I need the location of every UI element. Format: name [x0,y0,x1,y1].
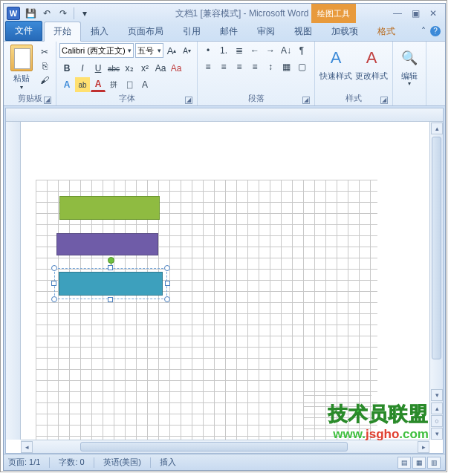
quick-styles-icon: A [322,45,349,71]
tab-file[interactable]: 文件 [5,21,42,41]
status-language[interactable]: 英语(美国) [103,457,141,468]
copy-button[interactable]: ⎘ [38,60,51,72]
minimize-ribbon-button[interactable]: ˄ [421,26,426,36]
customize-qat-button[interactable]: ▾ [77,6,92,21]
text-effects-button[interactable]: A [59,77,74,92]
horizontal-scroll-thumb[interactable] [80,442,348,451]
resize-handle-nw[interactable] [51,265,57,271]
tab-view[interactable]: 视图 [285,22,322,41]
justify-button[interactable]: ≡ [247,59,262,74]
undo-button[interactable]: ↶ [39,6,54,21]
italic-button[interactable]: I [75,61,90,76]
change-case-button[interactable]: Aa [153,61,168,76]
status-page[interactable]: 页面: 1/1 [8,457,40,468]
tab-addins[interactable]: 加载项 [322,22,368,41]
close-button[interactable]: ✕ [427,7,439,19]
decrease-indent-button[interactable]: ← [247,43,262,58]
superscript-button[interactable]: x² [137,61,152,76]
paragraph-launcher[interactable]: ◢ [302,97,310,104]
status-insert-mode[interactable]: 插入 [160,457,176,468]
numbering-button[interactable]: 1. [216,43,231,58]
vertical-ruler[interactable] [6,122,21,440]
cut-button[interactable]: ✂ [38,46,51,58]
tab-insert[interactable]: 插入 [81,22,118,41]
horizontal-scrollbar[interactable]: ◂ ▸ [21,440,429,453]
shrink-font-button[interactable]: A▾ [180,43,194,58]
highlight-button[interactable]: ab [75,77,90,92]
bullets-button[interactable]: • [201,43,215,58]
show-marks-button[interactable]: ¶ [294,43,309,58]
tab-references[interactable]: 引用 [173,22,210,41]
align-center-button[interactable]: ≡ [216,59,231,74]
sort-button[interactable]: A↓ [279,43,293,58]
font-color-button[interactable]: A [91,77,106,92]
document-canvas[interactable] [21,122,429,440]
prev-page-button[interactable]: ▴ [431,402,443,414]
scroll-left-button[interactable]: ◂ [21,441,33,453]
view-fullscreen-button[interactable]: ▦ [412,457,426,469]
save-button[interactable]: 💾 [23,6,38,21]
scroll-up-button[interactable]: ▴ [431,123,443,134]
help-button[interactable]: ? [430,26,441,36]
align-left-button[interactable]: ≡ [201,59,215,74]
grow-font-button[interactable]: A▴ [165,43,179,58]
resize-handle-w[interactable] [51,281,56,286]
borders-button[interactable]: ▢ [294,59,309,74]
paste-icon[interactable] [10,45,33,71]
group-label-styles: 样式 ◢ [318,92,389,105]
view-print-layout-button[interactable]: ▤ [398,457,411,469]
quick-styles-button[interactable]: A 快速样式 [318,43,354,92]
resize-handle-n[interactable] [108,265,113,270]
shape-rectangle-blue-selected[interactable] [54,268,167,299]
redo-button[interactable]: ↷ [56,6,71,21]
tab-review[interactable]: 审阅 [247,22,285,41]
minimize-button[interactable]: — [392,7,403,19]
resize-handle-ne[interactable] [164,265,170,271]
bold-button[interactable]: B [59,61,74,76]
vertical-scroll-thumb[interactable] [432,137,441,359]
underline-button[interactable]: U [91,61,106,76]
font-name-combo[interactable]: Calibri (西文正文)▾ [59,43,134,58]
vertical-scrollbar[interactable]: ▴ ▾ ▴ ○ ▾ [429,122,443,440]
ribbon: 粘贴 ▾ ✂ ⎘ 🖌 剪贴板 ◢ Calibri (西文正文)▾ [4,41,445,106]
align-right-button[interactable]: ≡ [232,59,247,74]
shape-rectangle-purple[interactable] [56,233,158,255]
tab-mailings[interactable]: 邮件 [210,22,247,41]
tab-home[interactable]: 开始 [44,22,81,42]
line-spacing-button[interactable]: ↕ [263,59,278,74]
restore-button[interactable]: ▣ [409,7,421,19]
font-launcher[interactable]: ◢ [185,97,192,104]
multilevel-button[interactable]: ≣ [232,43,247,58]
browse-object-button[interactable]: ○ [431,415,443,427]
group-styles: A 快速样式 A 更改样式 样式 ◢ [315,42,393,105]
status-word-count[interactable]: 字数: 0 [59,457,84,468]
shading-button[interactable]: ▦ [279,59,293,74]
resize-handle-e[interactable] [165,281,170,286]
increase-indent-button[interactable]: → [263,43,278,58]
char-border-button[interactable]: ⎕ [122,77,137,92]
change-styles-button[interactable]: A 更改样式 [354,43,389,92]
format-painter-button[interactable]: 🖌 [38,74,51,86]
styles-launcher[interactable]: ◢ [380,97,388,104]
shape-rectangle-green[interactable] [59,196,160,220]
phonetic-button[interactable]: 拼 [106,77,121,92]
paste-label[interactable]: 粘贴 [13,73,30,84]
strikethrough-button[interactable]: abc [106,61,121,76]
tab-page-layout[interactable]: 页面布局 [118,22,173,41]
tab-format[interactable]: 格式 [368,22,405,41]
resize-handle-sw[interactable] [51,296,57,302]
subscript-button[interactable]: x₂ [122,61,137,76]
horizontal-ruler[interactable] [6,108,443,122]
resize-handle-s[interactable] [108,297,113,302]
char-shading-button[interactable]: A [137,77,152,92]
clipboard-launcher[interactable]: ◢ [44,97,51,104]
next-page-button[interactable]: ▾ [431,428,443,440]
shape-rectangle-blue[interactable] [59,272,163,296]
font-size-combo[interactable]: 五号▾ [135,43,163,58]
clear-format-button[interactable]: Aa [169,61,184,76]
resize-handle-se[interactable] [164,296,170,302]
scroll-right-button[interactable]: ▸ [418,441,429,453]
editing-button[interactable]: 🔍 编辑 ▾ [396,43,423,103]
scroll-down-button[interactable]: ▾ [431,389,443,401]
view-web-button[interactable]: ▥ [427,457,441,469]
